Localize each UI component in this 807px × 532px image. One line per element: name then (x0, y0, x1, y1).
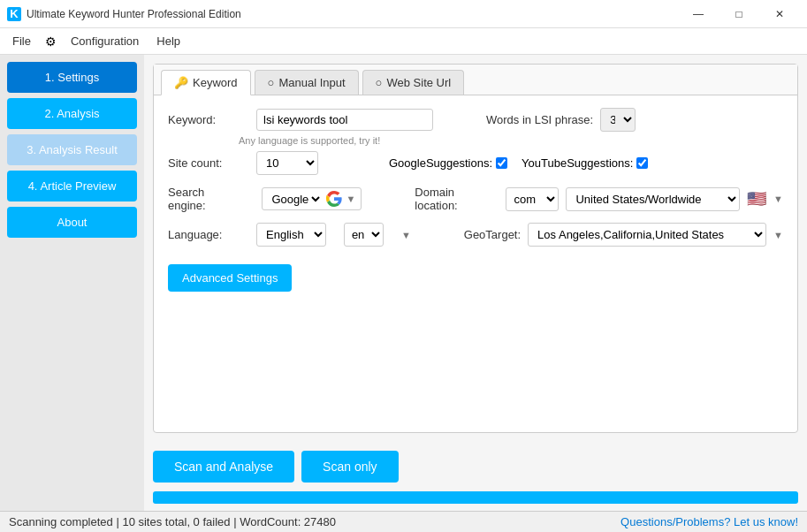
country-dropdown-arrow: ▼ (773, 194, 783, 204)
keyword-input[interactable] (256, 109, 433, 131)
title-bar-controls: — □ ✕ (678, 0, 800, 28)
engine-dropdown-arrow: ▼ (346, 194, 355, 204)
menu-file[interactable]: File (4, 31, 40, 51)
flag-icon: 🇺🇸 (747, 189, 766, 209)
geo-target-label: GeoTarget: (464, 228, 521, 241)
site-count-label: Site count: (168, 156, 239, 170)
google-suggestions-group: GoogleSuggestions: (389, 156, 507, 170)
tab-bar: 🔑 Keyword ○ Manual Input ○ Web Site Url (154, 65, 797, 95)
advanced-settings-button[interactable]: Advanced Settings (168, 264, 292, 292)
title-bar: K Ultimate Keyword Hunter Professional E… (0, 0, 807, 28)
youtube-suggestions-checkbox[interactable] (636, 157, 648, 169)
sidebar: 1. Settings 2. Analysis 3. Analysis Resu… (0, 55, 144, 511)
tab-keyword[interactable]: 🔑 Keyword (161, 70, 251, 95)
progress-bar-area (144, 491, 807, 511)
sidebar-item-analysis[interactable]: 2. Analysis (7, 98, 137, 129)
menu-bar: File ⚙ Configuration Help (0, 28, 807, 55)
lang-code-select[interactable]: en (344, 223, 384, 247)
sidebar-item-settings[interactable]: 1. Settings (7, 62, 137, 93)
youtube-suggestions-label: YouTubeSuggestions: (522, 156, 633, 170)
google-logo-icon (326, 191, 342, 207)
youtube-suggestions-group: YouTubeSuggestions: (522, 156, 648, 170)
words-in-lsi-select[interactable]: 345 (600, 108, 636, 132)
search-engine-wrap: GoogleBing ▼ (262, 187, 362, 210)
language-label: Language: (168, 228, 239, 241)
close-button[interactable]: ✕ (759, 0, 800, 28)
settings-panel: 🔑 Keyword ○ Manual Input ○ Web Site Url … (153, 64, 798, 433)
keyword-label: Keyword: (168, 113, 239, 126)
sidebar-item-analysis-result[interactable]: 3. Analysis Result (7, 134, 137, 165)
site-count-select[interactable]: 102030 (256, 151, 318, 175)
google-suggestions-label: GoogleSuggestions: (389, 156, 492, 170)
keyword-row: Keyword: Words in LSI phrase: 345 (168, 108, 783, 132)
keyword-tab-label: Keyword (193, 76, 238, 89)
scan-and-analyse-button[interactable]: Scan and Analyse (153, 451, 294, 483)
menu-configuration[interactable]: Configuration (62, 31, 148, 51)
search-engine-row: Search engine: GoogleBing ▼ (168, 186, 783, 212)
maximize-button[interactable]: □ (719, 0, 759, 28)
tab-web-site-url[interactable]: ○ Web Site Url (362, 70, 465, 95)
keyword-tab-icon: 🔑 (174, 76, 188, 89)
web-site-url-tab-label: Web Site Url (386, 76, 451, 89)
app-icon: K (7, 7, 21, 21)
main-layout: 1. Settings 2. Analysis 3. Analysis Resu… (0, 55, 807, 511)
status-text: Scanning completed | 10 sites total, 0 f… (9, 515, 336, 528)
menu-gear-icon[interactable]: ⚙ (40, 31, 62, 52)
lang-dropdown-arrow: ▼ (401, 230, 411, 240)
sidebar-item-about[interactable]: About (7, 207, 137, 238)
geo-dropdown-arrow: ▼ (773, 230, 783, 240)
title-bar-text: Ultimate Keyword Hunter Professional Edi… (27, 8, 678, 20)
menu-help[interactable]: Help (148, 31, 189, 51)
words-in-lsi-label: Words in LSI phrase: (486, 113, 593, 126)
tab-manual-input[interactable]: ○ Manual Input (255, 70, 359, 95)
country-select[interactable]: United States/Worldwide (566, 187, 740, 211)
language-select[interactable]: English (256, 223, 326, 247)
content-area: 🔑 Keyword ○ Manual Input ○ Web Site Url … (144, 55, 807, 511)
search-engine-select[interactable]: GoogleBing (268, 192, 323, 207)
language-row: Language: English en ▼ GeoTarget: Los An… (168, 223, 783, 247)
site-count-row: Site count: 102030 GoogleSuggestions: Yo… (168, 151, 783, 175)
status-link[interactable]: Questions/Problems? Let us know! (620, 515, 798, 528)
sidebar-item-article-preview[interactable]: 4. Article Preview (7, 171, 137, 201)
status-bar: Scanning completed | 10 sites total, 0 f… (0, 511, 807, 532)
domain-select[interactable]: comco.uk (506, 187, 559, 211)
manual-input-tab-label: Manual Input (278, 76, 345, 89)
progress-bar (153, 491, 798, 504)
geo-target-select[interactable]: Los Angeles,California,United States (528, 223, 766, 247)
google-suggestions-checkbox[interactable] (496, 157, 507, 169)
bottom-buttons: Scan and Analyse Scan only (144, 442, 807, 491)
form-area: Keyword: Words in LSI phrase: 345 Any la… (154, 95, 797, 432)
manual-input-tab-icon: ○ (268, 76, 275, 89)
search-engine-label: Search engine: (168, 186, 244, 212)
scan-only-button[interactable]: Scan only (301, 451, 398, 483)
minimize-button[interactable]: — (678, 0, 719, 28)
domain-location-label: Domain location: (415, 186, 499, 212)
web-site-url-tab-icon: ○ (376, 76, 383, 89)
keyword-hint: Any language is supported, try it! (239, 135, 783, 146)
